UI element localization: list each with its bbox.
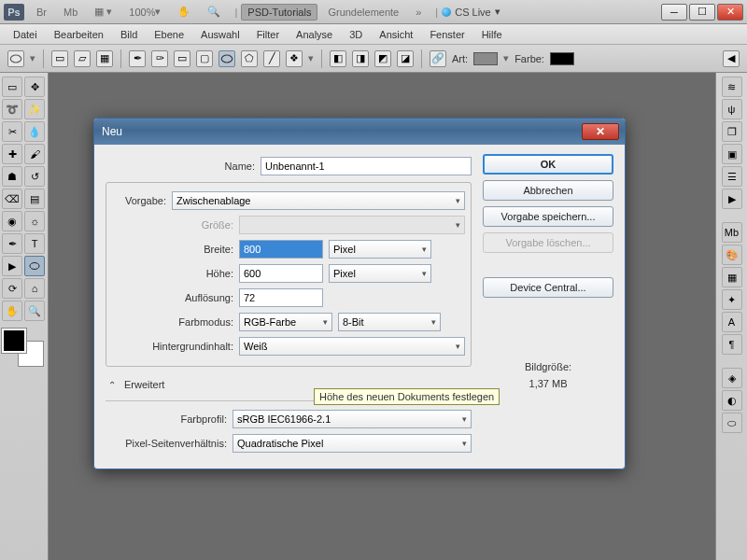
zoom-tool-icon[interactable]: 🔍 <box>24 301 45 321</box>
height-unit-combo[interactable]: Pixel <box>329 264 431 283</box>
ok-button[interactable]: OK <box>483 154 613 175</box>
eyedropper-tool-icon[interactable]: 💧 <box>24 121 45 142</box>
workspace-more[interactable]: » <box>409 4 428 21</box>
colormode-combo[interactable]: RGB-Farbe <box>239 313 332 331</box>
panel-actions-icon[interactable]: ▶ <box>722 189 742 209</box>
hand-tool-icon[interactable]: ✋ <box>171 4 197 21</box>
preset-combo[interactable]: Zwischenablage <box>172 191 465 210</box>
height-field[interactable] <box>239 264 323 283</box>
blur-tool-icon[interactable]: ◉ <box>2 211 22 231</box>
profile-combo[interactable]: sRGB IEC61966-2.1 <box>233 410 472 428</box>
combine-exclude-icon[interactable]: ◪ <box>397 50 414 67</box>
ellipse-shape-icon[interactable] <box>218 50 235 67</box>
custom-shape-icon[interactable]: ❖ <box>286 50 303 67</box>
dodge-tool-icon[interactable]: ☼ <box>24 211 45 231</box>
combine-subtract-icon[interactable]: ◨ <box>352 50 369 67</box>
menu-ansicht[interactable]: Ansicht <box>372 27 420 42</box>
layer-mode-shape-icon[interactable]: ▭ <box>51 50 68 67</box>
layer-mode-fill-icon[interactable]: ▦ <box>96 50 113 67</box>
pen-icon[interactable]: ✒ <box>129 50 146 67</box>
style-swatch[interactable] <box>473 52 498 65</box>
menu-3d[interactable]: 3D <box>342 27 370 42</box>
combine-add-icon[interactable]: ◧ <box>330 50 346 67</box>
width-unit-combo[interactable]: Pixel <box>329 240 431 259</box>
cancel-button[interactable]: Abbrechen <box>483 180 613 201</box>
brush-tool-icon[interactable]: 🖌 <box>24 144 45 164</box>
background-combo[interactable]: Weiß <box>239 337 465 356</box>
dialog-close-button[interactable]: ✕ <box>582 123 619 140</box>
menu-bearbeiten[interactable]: Bearbeiten <box>47 27 111 42</box>
panel-minibridge-icon[interactable]: Mb <box>722 222 742 243</box>
par-combo[interactable]: Quadratische Pixel <box>233 434 472 453</box>
bitdepth-combo[interactable]: 8-Bit <box>338 313 441 331</box>
menu-hilfe[interactable]: Hilfe <box>474 27 510 42</box>
freeform-pen-icon[interactable]: ✑ <box>151 50 168 67</box>
healing-tool-icon[interactable]: ✚ <box>2 144 22 164</box>
line-shape-icon[interactable]: ╱ <box>263 50 280 67</box>
hand-tool-icon[interactable]: ✋ <box>2 301 22 321</box>
shape-preset-icon[interactable] <box>7 50 24 67</box>
layout-picker[interactable]: ▦ ▾ <box>88 4 119 21</box>
window-minimize[interactable]: ─ <box>661 4 687 21</box>
bridge-button[interactable]: Br <box>30 4 53 21</box>
window-close[interactable]: ✕ <box>717 4 743 21</box>
panel-channels-icon[interactable]: ◐ <box>722 390 742 411</box>
link-icon[interactable]: 🔗 <box>430 50 446 67</box>
polygon-shape-icon[interactable]: ⬠ <box>241 50 258 67</box>
menu-bild[interactable]: Bild <box>113 27 145 42</box>
roundrect-shape-icon[interactable]: ▢ <box>196 50 213 67</box>
type-tool-icon[interactable]: T <box>24 233 45 254</box>
zoom-picker[interactable]: 100% ▾ <box>122 4 167 21</box>
panel-layers2-icon[interactable]: ◈ <box>722 368 742 388</box>
eraser-tool-icon[interactable]: ⌫ <box>2 189 22 209</box>
menu-ebene[interactable]: Ebene <box>147 27 191 42</box>
history-brush-tool-icon[interactable]: ↺ <box>24 166 45 187</box>
panel-character-icon[interactable]: A <box>722 312 742 332</box>
workspace-tab-active[interactable]: PSD-Tutorials <box>241 4 317 21</box>
menu-auswahl[interactable]: Auswahl <box>193 27 247 42</box>
shape-tool-icon[interactable] <box>24 256 45 276</box>
fill-color-swatch[interactable] <box>550 52 574 65</box>
panel-adjustments-icon[interactable]: ≋ <box>722 77 742 97</box>
pen-tool-icon[interactable]: ✒ <box>2 233 22 254</box>
zoom-tool-icon[interactable]: 🔍 <box>201 4 227 21</box>
cs-live-button[interactable]: CS Live ▾ <box>442 6 500 18</box>
layer-mode-path-icon[interactable]: ▱ <box>74 50 91 67</box>
panel-history-icon[interactable]: ▣ <box>722 144 742 164</box>
menu-fenster[interactable]: Fenster <box>422 27 472 42</box>
device-central-button[interactable]: Device Central... <box>483 277 613 298</box>
window-maximize[interactable]: ☐ <box>689 4 715 21</box>
3d-tool-icon[interactable]: ⟳ <box>2 278 22 299</box>
panel-swatches-icon[interactable]: ▦ <box>722 267 742 287</box>
foreground-background-swatches[interactable] <box>2 329 43 366</box>
panel-clone-icon[interactable]: ❐ <box>722 121 742 142</box>
3d-camera-tool-icon[interactable]: ⌂ <box>24 278 45 299</box>
name-field[interactable] <box>261 157 472 175</box>
menu-analyse[interactable]: Analyse <box>289 27 340 42</box>
foreground-color[interactable] <box>2 329 26 353</box>
panel-paths-icon[interactable]: ⬭ <box>722 413 742 433</box>
lasso-tool-icon[interactable]: ➰ <box>2 99 22 119</box>
menu-filter[interactable]: Filter <box>249 27 287 42</box>
gradient-tool-icon[interactable]: ▤ <box>24 189 45 209</box>
dialog-titlebar[interactable]: Neu ✕ <box>94 119 625 145</box>
menu-datei[interactable]: Datei <box>6 27 45 42</box>
magic-wand-tool-icon[interactable]: ✨ <box>24 99 45 119</box>
workspace-tab[interactable]: Grundelemente <box>321 4 405 21</box>
panel-color-icon[interactable]: 🎨 <box>722 245 742 265</box>
resolution-field[interactable] <box>239 288 323 307</box>
panel-paragraph-icon[interactable]: ¶ <box>722 334 742 355</box>
panel-layers-icon[interactable]: ☰ <box>722 166 742 187</box>
panel-styles-icon[interactable]: ✦ <box>722 289 742 310</box>
path-select-tool-icon[interactable]: ▶ <box>2 256 22 276</box>
save-preset-button[interactable]: Vorgabe speichern... <box>483 206 613 227</box>
stamp-tool-icon[interactable]: ☗ <box>2 166 22 187</box>
panel-toggle-icon[interactable]: ◀ <box>723 50 740 67</box>
combine-intersect-icon[interactable]: ◩ <box>374 50 391 67</box>
rect-shape-icon[interactable]: ▭ <box>174 50 190 67</box>
minibridge-button[interactable]: Mb <box>57 4 84 21</box>
crop-tool-icon[interactable]: ✂ <box>2 121 22 142</box>
panel-brushes-icon[interactable]: ψ <box>722 99 742 119</box>
width-field[interactable] <box>239 240 323 259</box>
marquee-tool-icon[interactable]: ▭ <box>2 77 22 97</box>
